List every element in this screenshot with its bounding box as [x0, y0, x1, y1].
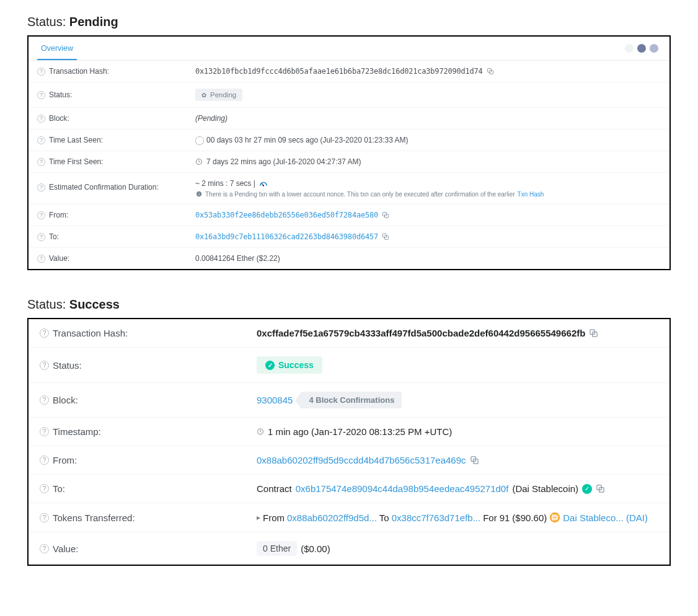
time-last-value: 00 days 03 hr 27 min 09 secs ago (Jul-23… [206, 136, 409, 144]
help-icon[interactable]: ? [37, 255, 45, 263]
help-icon[interactable]: ? [37, 91, 45, 99]
heading-value: Success [69, 297, 120, 311]
copy-icon[interactable] [589, 328, 598, 338]
row-value: ? Value: 0 Ether ($0.00) [29, 532, 669, 565]
est-label: Estimated Confirmation Duration: [49, 183, 159, 191]
spinner-icon [195, 136, 203, 144]
from-address-link[interactable]: 0x53ab330f2ee86debb26556e036ed50f7284ae5… [195, 211, 378, 219]
status-label: Status: [53, 360, 82, 371]
row-block: ? Block: 9300845 4 Block Confirmations [29, 383, 669, 418]
indicator-dots [625, 44, 658, 53]
svg-point-18 [550, 513, 560, 523]
help-icon[interactable]: ? [40, 544, 49, 553]
section-heading-success: Status: Success [27, 297, 671, 312]
to-label: To: [49, 232, 59, 241]
heading-prefix: Status: [27, 297, 69, 311]
help-icon[interactable]: ? [37, 183, 45, 191]
tt-from-link[interactable]: 0x88ab60202ff9d5d... [287, 513, 377, 523]
row-timestamp: ? Timestamp: 1 min ago (Jan-17-2020 08:1… [29, 418, 669, 446]
copy-icon[interactable] [382, 233, 389, 240]
est-note-text: There is a Pending txn with a lower acco… [205, 191, 515, 198]
tt-usd: ($90.60) [512, 513, 547, 523]
tab-overview[interactable]: Overview [37, 37, 77, 60]
copy-icon[interactable] [596, 484, 605, 493]
from-label: From: [53, 455, 77, 465]
status-badge-pending: ✿ Pending [195, 89, 242, 101]
help-icon[interactable]: ? [37, 158, 45, 166]
to-label: To: [53, 483, 65, 494]
value-usd: ($0.00) [301, 543, 330, 554]
help-icon[interactable]: ? [40, 455, 49, 465]
tabs: Overview [37, 37, 77, 60]
timestamp-label: Timestamp: [53, 426, 101, 437]
help-icon[interactable]: ? [40, 328, 49, 338]
tt-to-label: To [379, 513, 389, 523]
block-confirmations: 4 Block Confirmations [301, 392, 402, 408]
txn-hash-link[interactable]: Txn Hash [518, 191, 544, 198]
row-block: ? Block: (Pending) [29, 108, 669, 130]
row-tx-hash: ? Transaction Hash: 0x132b10fbcb1d9fccc4… [29, 61, 669, 82]
dot-icon [637, 44, 646, 53]
copy-icon[interactable] [487, 68, 494, 75]
info-icon [195, 190, 203, 198]
success-panel: ? Transaction Hash: 0xcffade7f5e1a67579c… [27, 318, 671, 566]
row-time-first-seen: ? Time First Seen: 7 days 22 mins ago (J… [29, 151, 669, 173]
svg-rect-5 [199, 193, 200, 195]
row-est-confirmation: ? Estimated Confirmation Duration: ~ 2 m… [29, 173, 669, 205]
section-heading-pending: Status: Pending [27, 15, 671, 29]
block-number-link[interactable]: 9300845 [257, 395, 293, 405]
help-icon[interactable]: ? [40, 513, 49, 522]
panel-header: Overview [29, 37, 669, 61]
value-label: Value: [53, 543, 78, 554]
clock-icon [195, 158, 203, 165]
to-address-link[interactable]: 0x6b175474e89094c44da98b954eedeac495271d… [296, 483, 509, 494]
to-address-link[interactable]: 0x16a3bd9c7eb11106326cad2263bd8463980d64… [195, 232, 378, 241]
copy-icon[interactable] [382, 211, 389, 219]
tx-hash-label: Transaction Hash: [53, 328, 128, 338]
gear-icon: ✿ [201, 92, 206, 99]
heading-value: Pending [69, 15, 118, 29]
pending-panel: Overview ? Transaction Hash: 0x132b10fbc… [27, 35, 671, 270]
help-icon[interactable]: ? [40, 395, 49, 405]
verified-icon: ✓ [582, 484, 592, 494]
value-label: Value: [49, 254, 69, 263]
tt-for-label: For [483, 513, 497, 523]
help-icon[interactable]: ? [37, 115, 45, 123]
tokens-label: Tokens Transferred: [53, 513, 135, 523]
svg-rect-6 [199, 193, 200, 193]
clock-icon [257, 428, 264, 436]
help-icon[interactable]: ? [37, 136, 45, 144]
time-last-label: Time Last Seen: [49, 136, 103, 144]
help-icon[interactable]: ? [40, 361, 49, 370]
to-contract-name: (Dai Stablecoin) [512, 483, 578, 494]
status-label: Status: [49, 90, 72, 99]
row-to: ? To: 0x16a3bd9c7eb11106326cad2263bd8463… [29, 226, 669, 248]
value-text: 0.00841264 Ether ($2.22) [195, 254, 280, 263]
help-icon[interactable]: ? [37, 68, 45, 76]
gauge-icon [259, 179, 268, 188]
est-value: ~ 2 mins : 7 secs | [195, 179, 255, 188]
from-label: From: [49, 211, 68, 219]
time-first-value: 7 days 22 mins ago (Jul-16-2020 04:27:37… [206, 157, 361, 166]
tx-hash-value: 0x132b10fbcb1d9fccc4d6b05afaae1e61b6ba72… [195, 67, 483, 76]
help-icon[interactable]: ? [37, 211, 45, 219]
copy-icon[interactable] [470, 455, 479, 465]
help-icon[interactable]: ? [37, 233, 45, 241]
caret-icon: ▸ [257, 513, 260, 522]
est-note: There is a Pending txn with a lower acco… [195, 190, 544, 198]
tt-to-link[interactable]: 0x38cc7f763d71efb... [392, 513, 480, 523]
to-prefix: Contract [257, 483, 292, 494]
check-icon: ✓ [265, 361, 275, 370]
help-icon[interactable]: ? [40, 427, 49, 436]
block-label: Block: [49, 114, 69, 123]
tt-amount: 91 [500, 513, 510, 523]
timestamp-value: 1 min ago (Jan-17-2020 08:13:25 PM +UTC) [268, 426, 452, 437]
status-badge-success: ✓ Success [257, 356, 322, 374]
from-address-link[interactable]: 0x88ab60202ff9d5d9ccdd4b4d7b656c5317ea46… [257, 455, 466, 465]
help-icon[interactable]: ? [40, 484, 49, 493]
status-badge-text: Success [278, 360, 314, 370]
status-badge-text: Pending [210, 91, 236, 99]
dot-icon [650, 44, 658, 53]
tt-token-link[interactable]: Dai Stableco... (DAI) [563, 513, 648, 523]
tt-from-label: From [263, 513, 285, 523]
